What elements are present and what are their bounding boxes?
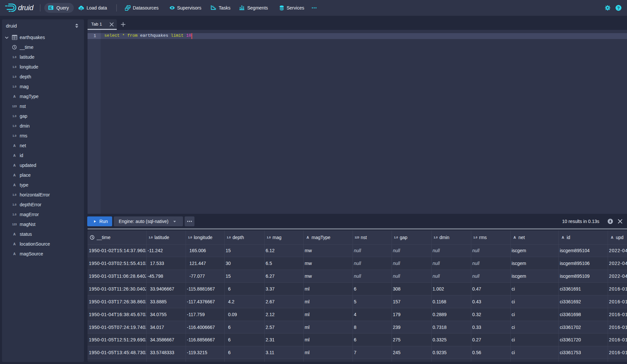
svg-text:?: ? [617, 6, 620, 10]
